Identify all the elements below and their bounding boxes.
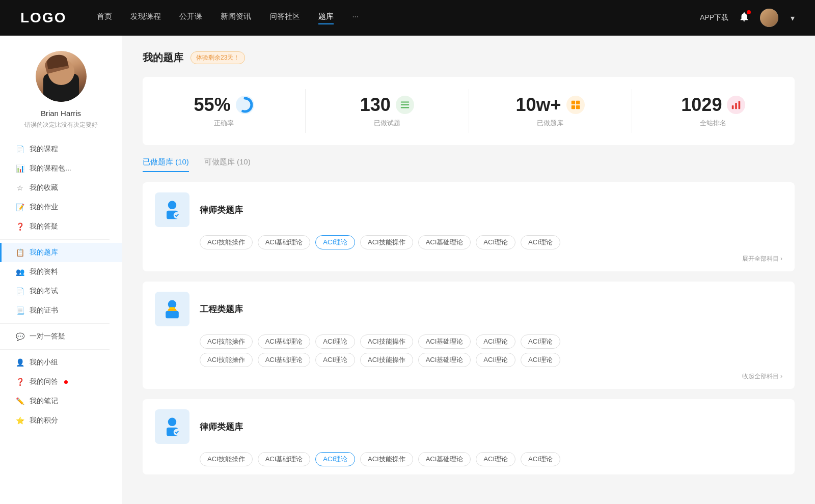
sidebar-item-2[interactable]: ☆我的收藏 [0, 178, 122, 198]
stat-value-2: 10w+ [516, 94, 561, 116]
qbank-tags-row1-1: ACI技能操作ACI基础理论ACI理论ACI技能操作ACI基础理论ACI理论AC… [200, 334, 782, 349]
lawyer-svg [161, 415, 183, 438]
qbank-tag-2-6[interactable]: ACI理论 [521, 452, 560, 466]
menu-label-5: 我的题库 [30, 248, 58, 257]
expand-link-0[interactable]: 展开全部科目 › [742, 255, 782, 263]
menu-label-8: 我的证书 [30, 306, 58, 315]
qbank-tag-2-0[interactable]: ACI技能操作 [200, 452, 253, 466]
svg-rect-9 [732, 105, 734, 109]
sidebar-item-8[interactable]: 📃我的证书 [0, 301, 122, 320]
qbank-title-1: 工程类题库 [200, 303, 243, 315]
sidebar-item-12[interactable]: ✏️我的笔记 [0, 391, 122, 411]
nav-item-新闻资讯[interactable]: 新闻资讯 [221, 12, 251, 24]
qbank-tag-0-6[interactable]: ACI理论 [521, 235, 560, 249]
stat-icon-3 [727, 96, 745, 114]
qbank-tag-1-11[interactable]: ACI基础理论 [418, 353, 471, 367]
user-avatar[interactable] [760, 9, 778, 27]
page-title: 我的题库 [143, 51, 183, 65]
svg-rect-7 [571, 105, 575, 109]
stat-item-1: 130 已做试题 [306, 89, 469, 133]
sidebar-item-7[interactable]: 📄我的考试 [0, 282, 122, 301]
stat-label-3: 全站排名 [700, 119, 726, 128]
qbank-icon-0 [155, 192, 189, 227]
qbank-tag-1-6[interactable]: ACI理论 [521, 334, 560, 349]
nav-item-发现课程[interactable]: 发现课程 [130, 12, 161, 24]
sidebar-item-9[interactable]: 💬一对一答疑 [0, 327, 122, 346]
qbank-tag-0-3[interactable]: ACI技能操作 [360, 235, 413, 249]
user-dropdown-icon[interactable]: ▾ [791, 13, 795, 23]
svg-rect-8 [576, 105, 580, 109]
app-download-button[interactable]: APP下载 [700, 13, 728, 22]
qbank-tag-2-4[interactable]: ACI基础理论 [418, 452, 471, 466]
qbank-tag-1-9[interactable]: ACI理论 [315, 353, 355, 367]
qbank-icon-1 [155, 292, 189, 326]
menu-label-6: 我的资料 [30, 267, 58, 276]
tab-1[interactable]: 可做题库 (10) [204, 157, 251, 172]
menu-divider [0, 349, 122, 350]
qbank-tag-0-4[interactable]: ACI基础理论 [418, 235, 471, 249]
qbank-tag-2-5[interactable]: ACI理论 [476, 452, 515, 466]
sidebar-item-1[interactable]: 📊我的课程包... [0, 159, 122, 178]
nav-menu: 首页发现课程公开课新闻资讯问答社区题库··· [97, 12, 700, 24]
nav-item-首页[interactable]: 首页 [97, 12, 112, 24]
qbank-header-1: 工程类题库 [155, 292, 782, 326]
menu-icon-12: ✏️ [15, 397, 24, 406]
stat-value-row-3: 1029 [681, 94, 745, 116]
sidebar-item-5[interactable]: 📋我的题库 [0, 243, 122, 262]
avatar-image [760, 9, 778, 27]
qbank-tags-2: ACI技能操作ACI基础理论ACI理论ACI技能操作ACI基础理论ACI理论AC… [200, 452, 782, 466]
menu-label-4: 我的答疑 [30, 222, 58, 231]
sidebar-item-11[interactable]: ❓我的问答 [0, 372, 122, 391]
qbank-tag-0-1[interactable]: ACI基础理论 [258, 235, 311, 249]
sidebar-item-10[interactable]: 👤我的小组 [0, 353, 122, 372]
stat-item-3: 1029 全站排名 [632, 89, 795, 133]
navbar-right: APP下载 ▾ [700, 9, 795, 27]
qbank-tag-2-1[interactable]: ACI基础理论 [258, 452, 311, 466]
nav-item-公开课[interactable]: 公开课 [179, 12, 202, 24]
qbank-title-2: 律师类题库 [200, 421, 243, 433]
expand-link-1[interactable]: 收起全部科目 › [742, 372, 782, 381]
qbank-tag-0-5[interactable]: ACI理论 [476, 235, 515, 249]
menu-divider [0, 239, 122, 240]
nav-item-题库[interactable]: 题库 [318, 12, 334, 24]
trial-badge: 体验剩余23天！ [191, 51, 245, 64]
menu-icon-10: 👤 [15, 358, 24, 367]
menu-icon-13: ⭐ [15, 416, 24, 425]
notification-bell[interactable] [739, 11, 750, 24]
sidebar-item-3[interactable]: 📝我的作业 [0, 198, 122, 217]
qbank-tag-1-0[interactable]: ACI技能操作 [200, 334, 253, 349]
qbank-tag-2-3[interactable]: ACI技能操作 [360, 452, 413, 466]
nav-item-问答社区[interactable]: 问答社区 [269, 12, 300, 24]
qbank-tag-1-4[interactable]: ACI基础理论 [418, 334, 471, 349]
menu-label-2: 我的收藏 [30, 183, 58, 192]
qbank-tag-1-7[interactable]: ACI技能操作 [200, 353, 253, 367]
qbank-tag-1-2[interactable]: ACI理论 [315, 334, 355, 349]
qbank-tag-1-1[interactable]: ACI基础理论 [258, 334, 311, 349]
qbank-title-0: 律师类题库 [200, 204, 243, 216]
qbank-tag-1-8[interactable]: ACI基础理论 [258, 353, 311, 367]
svg-rect-6 [576, 101, 580, 104]
qbank-tag-1-10[interactable]: ACI技能操作 [360, 353, 413, 367]
qbank-tag-0-2[interactable]: ACI理论 [315, 235, 355, 249]
qbank-tag-2-2[interactable]: ACI理论 [315, 452, 355, 466]
menu-icon-3: 📝 [15, 203, 24, 212]
sidebar-item-4[interactable]: ❓我的答疑 [0, 217, 122, 236]
qbank-tag-0-0[interactable]: ACI技能操作 [200, 235, 253, 249]
nav-item-···[interactable]: ··· [352, 12, 359, 24]
tab-0[interactable]: 已做题库 (10) [143, 157, 189, 172]
qbank-tag-1-12[interactable]: ACI理论 [476, 353, 515, 367]
svg-rect-4 [401, 107, 410, 108]
main-content: 我的题库 体验剩余23天！ 55% 正确率 130 已做试题 10w+ 已做 [122, 36, 815, 504]
sidebar-item-13[interactable]: ⭐我的积分 [0, 411, 122, 430]
stat-item-0: 55% 正确率 [143, 89, 306, 133]
qbank-tag-1-5[interactable]: ACI理论 [476, 334, 515, 349]
svg-rect-5 [571, 101, 575, 104]
sidebar-item-6[interactable]: 👥我的资料 [0, 262, 122, 282]
qbank-tag-1-13[interactable]: ACI理论 [521, 353, 560, 367]
sidebar: Brian Harris 错误的决定比没有决定要好 📄我的课程📊我的课程包...… [0, 36, 122, 504]
svg-rect-3 [401, 104, 410, 105]
qbank-tag-1-3[interactable]: ACI技能操作 [360, 334, 413, 349]
logo[interactable]: LOGO [20, 10, 66, 26]
sidebar-item-0[interactable]: 📄我的课程 [0, 139, 122, 159]
main-layout: Brian Harris 错误的决定比没有决定要好 📄我的课程📊我的课程包...… [0, 36, 815, 504]
